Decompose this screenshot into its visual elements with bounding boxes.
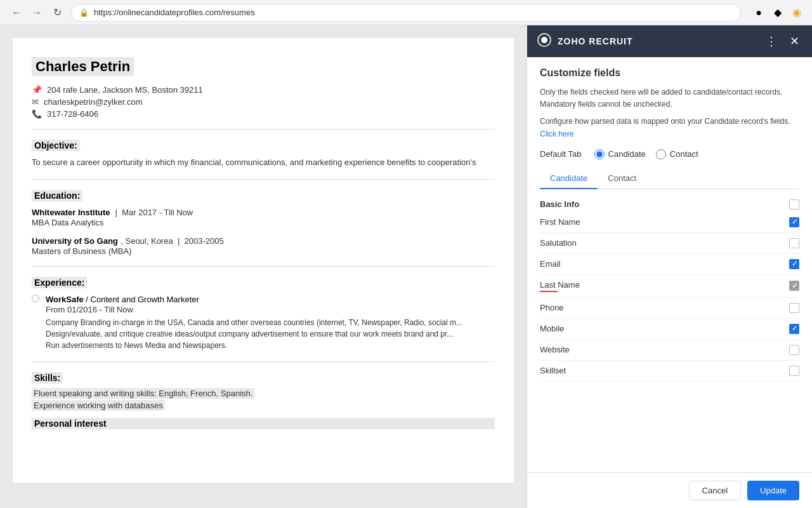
address-item: 📌 204 rafe Lane, Jackson MS, Boston 3921…	[32, 85, 495, 95]
field-row-lastname: Last Name	[540, 275, 799, 298]
divider-3	[32, 266, 495, 267]
basic-info-section: Basic Info	[540, 199, 799, 210]
cancel-button[interactable]: Cancel	[689, 481, 741, 500]
candidate-radio-label: Candidate	[608, 149, 646, 159]
field-website-checkbox[interactable]	[789, 345, 799, 355]
skill-item-2: Experience working with databases	[32, 401, 495, 410]
update-button[interactable]: Update	[747, 481, 799, 500]
content-area: Charles Petrin 📌 204 rafe Lane, Jackson …	[0, 25, 812, 508]
basic-info-label: Basic Info	[540, 199, 579, 209]
resume-name: Charles Petrin	[32, 57, 134, 76]
experience-title: Experience:	[32, 277, 87, 288]
panel-header-right: ⋮ ✕	[763, 32, 802, 51]
phone-item: 📞 317-728-6406	[32, 109, 495, 119]
tab-candidate[interactable]: Candidate	[540, 168, 598, 189]
extension-icon-2[interactable]: ◆	[770, 5, 785, 20]
field-skillset-checkbox[interactable]	[789, 366, 799, 376]
candidate-radio[interactable]	[594, 149, 605, 159]
edu-degree-1: MBA Data Analytics	[32, 218, 495, 227]
contact-radio-option[interactable]: Contact	[656, 149, 698, 159]
field-salutation-checkbox[interactable]	[789, 238, 799, 248]
panel-body: Customize fields Only the fields checked…	[527, 57, 812, 472]
education-entry-2: University of So Gang , Seoul, Korea | 2…	[32, 235, 495, 256]
field-firstname-checkbox[interactable]	[789, 217, 799, 227]
panel-title: ZOHO RECRUIT	[558, 36, 633, 46]
exp-dates: From 01/2016 - Till Now	[46, 305, 462, 314]
exp-company: WorkSafe / Content and Growth Marketer	[46, 295, 199, 304]
basic-info-checkbox[interactable]	[789, 199, 799, 210]
field-mobile-checkbox[interactable]	[789, 324, 799, 334]
customize-desc-1: Only the fields checked here will be add…	[540, 86, 799, 110]
panel: ZOHO RECRUIT ⋮ ✕ Customize fields Only t…	[527, 25, 812, 508]
browser-icons: ● ◆ ◉	[751, 5, 804, 20]
divider-4	[32, 361, 495, 362]
lock-icon: 🔒	[79, 8, 89, 17]
field-row-skillset: Skillset	[540, 361, 799, 382]
education-entry-1: Whitewater Institute | Mar 2017 - Till N…	[32, 206, 495, 227]
exp-dot	[32, 295, 39, 302]
edu-dates-1: | Mar 2017 - Till Now	[113, 208, 193, 217]
address-bar[interactable]: 🔒 https://onlinecandidateprofiles.com/re…	[71, 4, 741, 22]
edu-dates-2: , Seoul, Korea | 2003-2005	[121, 236, 223, 246]
field-firstname-label: First Name	[540, 217, 580, 227]
field-phone-label: Phone	[540, 303, 564, 312]
close-button[interactable]: ✕	[787, 32, 802, 51]
skill-highlight-1: Fluent speaking and writing skills: Engl…	[32, 388, 254, 399]
field-email-checkbox[interactable]	[789, 259, 799, 269]
edu-inst-2: University of So Gang	[32, 236, 118, 246]
edu-inst-1: Whitewater Institute	[32, 208, 110, 217]
phone-icon: 📞	[32, 109, 42, 119]
objective-text: To secure a career opportunity in which …	[32, 156, 495, 169]
panel-header-left: ZOHO RECRUIT	[537, 33, 633, 50]
back-button[interactable]: ←	[8, 4, 25, 22]
zoho-logo-icon	[537, 33, 551, 50]
refresh-button[interactable]: ↻	[48, 4, 66, 22]
skill-highlight-2: Experience working with databases	[32, 400, 165, 411]
contact-radio[interactable]	[656, 149, 666, 159]
field-phone-checkbox[interactable]	[789, 303, 799, 313]
extension-icon-1[interactable]: ●	[751, 5, 766, 20]
email-item: ✉ charleskpetrin@zylker.com	[32, 97, 495, 107]
skills-title: Skills:	[32, 372, 63, 384]
extension-icon-3[interactable]: ◉	[789, 5, 804, 20]
field-row-firstname: First Name	[540, 212, 799, 233]
candidate-radio-option[interactable]: Candidate	[594, 149, 646, 159]
default-tab-row: Default Tab Candidate Contact	[540, 149, 799, 159]
field-website-label: Website	[540, 345, 570, 354]
address-text: 204 rafe Lane, Jackson MS, Boston 39211	[47, 85, 203, 95]
exp-content: WorkSafe / Content and Growth Marketer F…	[46, 293, 462, 351]
personal-title: Personal interest	[32, 418, 495, 429]
browser-chrome: ← → ↻ 🔒 https://onlinecandidateprofiles.…	[0, 0, 812, 25]
field-row-phone: Phone	[540, 298, 799, 319]
exp-desc: Company Branding in-charge in the USA, C…	[46, 317, 462, 351]
phone-text: 317-728-6406	[47, 109, 98, 119]
customize-desc-2: Configure how parsed data is mapped onto…	[540, 116, 799, 140]
panel-footer: Cancel Update	[527, 472, 812, 508]
svg-point-1	[541, 37, 547, 43]
field-email-label: Email	[540, 259, 561, 269]
email-icon: ✉	[32, 97, 39, 107]
default-tab-label: Default Tab	[540, 149, 582, 159]
divider-1	[32, 129, 495, 130]
education-title: Education:	[32, 190, 82, 201]
field-lastname-label: Last Name	[540, 280, 580, 292]
resume-paper: Charles Petrin 📌 204 rafe Lane, Jackson …	[13, 38, 514, 483]
exp-bullet	[32, 295, 39, 351]
field-row-website: Website	[540, 340, 799, 361]
divider-2	[32, 179, 495, 180]
click-here-link[interactable]: Click here	[540, 130, 573, 138]
experience-entry-1: WorkSafe / Content and Growth Marketer F…	[32, 293, 495, 351]
edu-degree-2: Masters of Business (MBA)	[32, 246, 495, 256]
more-options-button[interactable]: ⋮	[763, 32, 780, 51]
location-icon: 📌	[32, 85, 42, 95]
customize-title: Customize fields	[540, 67, 799, 79]
tab-contact[interactable]: Contact	[598, 168, 646, 189]
forward-button[interactable]: →	[28, 4, 46, 22]
field-row-email: Email	[540, 254, 799, 275]
skill-item-1: Fluent speaking and writing skills: Engl…	[32, 389, 495, 398]
field-mobile-label: Mobile	[540, 324, 564, 333]
field-row-salutation: Salutation	[540, 233, 799, 254]
field-lastname-checkbox[interactable]	[789, 281, 799, 291]
url-text: https://onlinecandidateprofiles.com/resu…	[94, 8, 255, 17]
email-text: charleskpetrin@zylker.com	[44, 97, 143, 107]
